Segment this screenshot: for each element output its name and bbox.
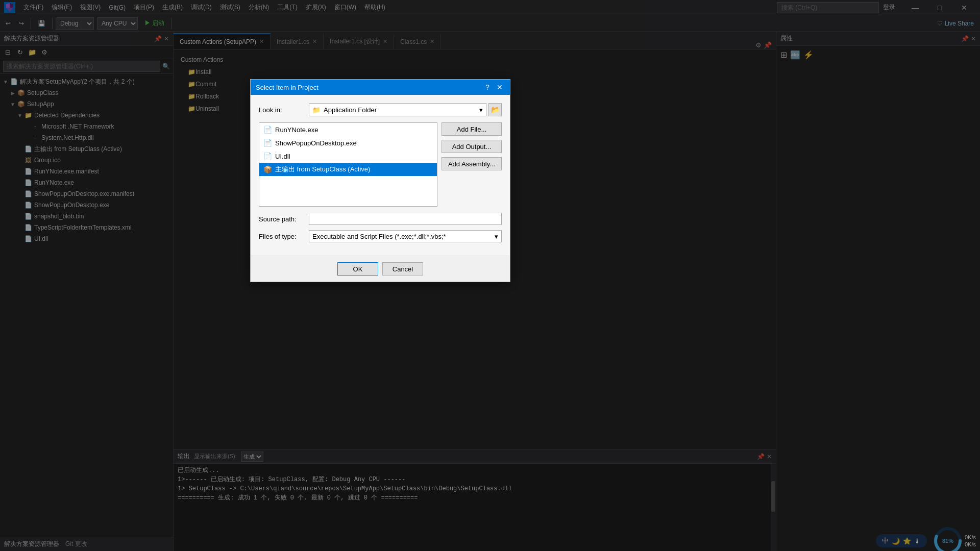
file-item-mainoutput[interactable]: 📦 主输出 from SetupClass (Active) bbox=[259, 163, 437, 176]
chevron-down-icon2: ▾ bbox=[495, 233, 498, 240]
files-of-type-label: Files of type: bbox=[259, 233, 305, 240]
dialog-overlay: Select Item in Project ? ✕ Look in: 📁 Ap… bbox=[0, 0, 980, 551]
dialog-close-button[interactable]: ✕ bbox=[495, 82, 505, 92]
look-in-row: Look in: 📁 Application Folder ▾ 📂 bbox=[259, 103, 502, 116]
source-path-input[interactable] bbox=[309, 213, 502, 225]
exe-file-icon: 📄 bbox=[263, 126, 272, 134]
dialog-help-button[interactable]: ? bbox=[482, 82, 493, 92]
add-assembly-button[interactable]: Add Assembly... bbox=[442, 157, 502, 170]
dialog-title: Select Item in Project bbox=[256, 84, 318, 91]
look-in-select[interactable]: 📁 Application Folder ▾ bbox=[309, 103, 486, 116]
file-list[interactable]: 📄 RunYNote.exe 📄 ShowPopupOnDesktop.exe … bbox=[259, 122, 437, 207]
files-of-type-row: Files of type: Executable and Script Fil… bbox=[259, 230, 502, 242]
cancel-button[interactable]: Cancel bbox=[382, 262, 423, 276]
file-item-runy[interactable]: 📄 RunYNote.exe bbox=[259, 123, 437, 136]
look-in-control: 📁 Application Folder ▾ 📂 bbox=[309, 103, 502, 116]
ok-button[interactable]: OK bbox=[337, 262, 378, 276]
add-file-button[interactable]: Add File... bbox=[442, 122, 502, 136]
dialog-titlebar: Select Item in Project ? ✕ bbox=[251, 80, 510, 95]
file-item-uidll[interactable]: 📄 UI.dll bbox=[259, 149, 437, 163]
file-mainoutput-label: 主输出 from SetupClass (Active) bbox=[275, 165, 370, 174]
select-item-dialog: Select Item in Project ? ✕ Look in: 📁 Ap… bbox=[250, 79, 510, 282]
dll-file-icon: 📄 bbox=[263, 152, 272, 160]
dialog-right-buttons: Add File... Add Output... Add Assembly..… bbox=[442, 122, 502, 170]
file-showpopup-label: ShowPopupOnDesktop.exe bbox=[275, 139, 357, 147]
files-of-type-select[interactable]: Executable and Script Files (*.exe;*.dll… bbox=[309, 230, 502, 242]
look-in-browse-button[interactable]: 📂 bbox=[488, 103, 502, 116]
folder-icon-small: 📁 bbox=[312, 106, 321, 114]
look-in-value: Application Folder bbox=[324, 106, 377, 114]
file-item-showpopup[interactable]: 📄 ShowPopupOnDesktop.exe bbox=[259, 136, 437, 149]
file-runy-label: RunYNote.exe bbox=[275, 126, 318, 134]
chevron-down-icon: ▾ bbox=[479, 106, 483, 114]
dialog-body: Look in: 📁 Application Folder ▾ 📂 bbox=[251, 95, 510, 256]
output-file-icon: 📦 bbox=[263, 165, 272, 173]
showpopup-file-icon: 📄 bbox=[263, 139, 272, 147]
source-path-label: Source path: bbox=[259, 215, 305, 223]
files-of-type-value: Executable and Script Files (*.exe;*.dll… bbox=[312, 233, 446, 240]
file-list-section: 📄 RunYNote.exe 📄 ShowPopupOnDesktop.exe … bbox=[259, 122, 502, 207]
dialog-title-buttons: ? ✕ bbox=[482, 82, 505, 92]
source-path-row: Source path: bbox=[259, 213, 502, 225]
dialog-footer: OK Cancel bbox=[251, 256, 510, 282]
look-in-label: Look in: bbox=[259, 106, 305, 114]
file-uidll-label: UI.dll bbox=[275, 153, 290, 160]
add-output-button[interactable]: Add Output... bbox=[442, 140, 502, 153]
